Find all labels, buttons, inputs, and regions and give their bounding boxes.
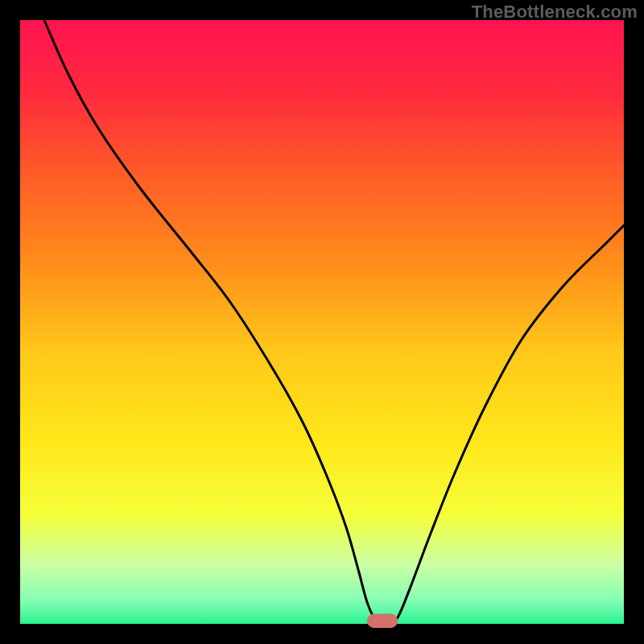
bottleneck-chart xyxy=(0,0,644,644)
watermark-text: TheBottleneck.com xyxy=(472,2,638,23)
optimal-marker xyxy=(367,614,398,628)
chart-frame: TheBottleneck.com xyxy=(0,0,644,644)
